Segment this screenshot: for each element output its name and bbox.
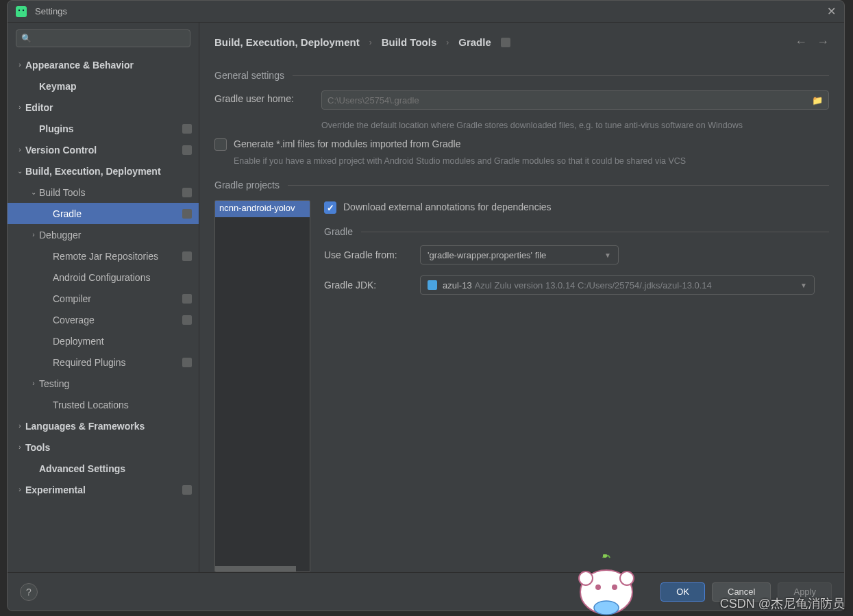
sidebar-item-testing[interactable]: ›Testing — [8, 373, 199, 394]
module-badge-icon — [501, 38, 510, 47]
chevron-right-icon: › — [446, 38, 449, 47]
chevron-right-icon: › — [14, 146, 25, 153]
sidebar-item-label: Trusted Locations — [53, 399, 192, 410]
chevron-right-icon: › — [14, 61, 25, 69]
gradle-user-home-label: Gradle user home: — [214, 90, 321, 104]
chevron-right-icon: › — [28, 231, 39, 238]
sidebar-item-editor[interactable]: ›Editor — [8, 97, 199, 118]
module-badge-icon — [182, 124, 192, 134]
breadcrumb-item[interactable]: Build Tools — [382, 36, 437, 48]
svg-rect-0 — [16, 6, 27, 17]
use-gradle-from-row: Use Gradle from: 'gradle-wrapper.propert… — [324, 245, 829, 264]
module-badge-icon — [182, 188, 192, 197]
folder-icon[interactable]: 📁 — [812, 95, 823, 106]
sidebar-item-label: Advanced Settings — [39, 463, 192, 474]
chevron-down-icon: ▼ — [604, 251, 611, 259]
search-wrap: 🔍 — [8, 23, 199, 54]
sidebar-item-label: Appearance & Behavior — [25, 60, 192, 71]
sidebar-item-remote-jar-repositories[interactable]: Remote Jar Repositories — [8, 245, 199, 267]
ok-button[interactable]: OK — [660, 582, 705, 602]
chevron-down-icon: ⌄ — [28, 188, 39, 196]
download-annotations-checkbox[interactable] — [324, 201, 336, 214]
sidebar-item-label: Tools — [25, 442, 192, 453]
sidebar-item-debugger[interactable]: ›Debugger — [8, 224, 199, 245]
subsection-title: Gradle — [324, 226, 353, 237]
sidebar-item-label: Experimental — [25, 484, 178, 495]
sidebar-item-label: Editor — [25, 102, 192, 113]
chevron-down-icon: ⌄ — [14, 167, 25, 175]
svg-point-1 — [18, 9, 20, 10]
chevron-right-icon: › — [28, 380, 39, 387]
use-gradle-from-select[interactable]: 'gradle-wrapper.properties' file ▼ — [420, 245, 619, 264]
sidebar-item-languages-frameworks[interactable]: ›Languages & Frameworks — [8, 415, 199, 436]
help-button[interactable]: ? — [20, 583, 38, 601]
chevron-right-icon: › — [14, 422, 25, 430]
sidebar-item-label: Version Control — [25, 145, 178, 156]
sidebar-item-trusted-locations[interactable]: Trusted Locations — [8, 394, 199, 415]
sidebar-item-plugins[interactable]: Plugins — [8, 118, 199, 139]
sidebar-item-deployment[interactable]: Deployment — [8, 330, 199, 352]
sidebar-item-compiler[interactable]: Compiler — [8, 288, 199, 309]
gradle-jdk-select[interactable]: azul-13 Azul Zulu version 13.0.14 C:/Use… — [420, 275, 815, 295]
settings-window: Settings ✕ 🔍 ›Appearance & BehaviorKeyma… — [7, 0, 845, 611]
project-item[interactable]: ncnn-android-yolov — [215, 201, 310, 217]
project-list[interactable]: ncnn-android-yolov — [214, 200, 310, 572]
chevron-down-icon: ▼ — [800, 282, 807, 289]
sidebar-item-build-tools[interactable]: ⌄Build Tools — [8, 182, 199, 203]
breadcrumb-item[interactable]: Build, Execution, Deployment — [214, 36, 360, 48]
module-badge-icon — [182, 209, 192, 219]
breadcrumb-item[interactable]: Gradle — [458, 36, 491, 48]
forward-icon[interactable]: → — [817, 35, 829, 49]
sidebar-item-label: Build Tools — [39, 187, 178, 198]
sidebar-item-label: Required Plugins — [53, 357, 178, 368]
gradle-user-home-input[interactable]: 📁 — [321, 90, 829, 110]
gradle-jdk-row: Gradle JDK: azul-13 Azul Zulu version 13… — [324, 275, 829, 295]
sidebar-item-label: Compiler — [53, 293, 178, 304]
sidebar-item-gradle[interactable]: Gradle — [8, 203, 199, 224]
generate-iml-row: Generate *.iml files for modules importe… — [214, 138, 829, 151]
sidebar: 🔍 ›Appearance & BehaviorKeymap›EditorPlu… — [8, 23, 199, 572]
sidebar-item-tools[interactable]: ›Tools — [8, 436, 199, 458]
sidebar-item-version-control[interactable]: ›Version Control — [8, 139, 199, 160]
sidebar-item-coverage[interactable]: Coverage — [8, 309, 199, 330]
sidebar-item-required-plugins[interactable]: Required Plugins — [8, 352, 199, 373]
settings-tree[interactable]: ›Appearance & BehaviorKeymap›EditorPlugi… — [8, 54, 199, 572]
chevron-right-icon: › — [369, 38, 372, 47]
jdk-name: azul-13 — [443, 280, 472, 291]
project-detail: Download external annotations for depend… — [310, 200, 829, 572]
module-badge-icon — [182, 315, 192, 325]
module-badge-icon — [182, 294, 192, 304]
generate-iml-checkbox[interactable] — [214, 138, 227, 151]
generate-iml-hint: Enable if you have a mixed project with … — [234, 156, 829, 166]
projects-row: ncnn-android-yolov Download external ann… — [214, 200, 829, 572]
chevron-right-icon: › — [14, 486, 25, 493]
generate-iml-label: Generate *.iml files for modules importe… — [234, 138, 460, 149]
module-badge-icon — [182, 485, 192, 495]
main-panel: Build, Execution, Deployment › Build Too… — [199, 23, 844, 572]
sidebar-item-android-configurations[interactable]: Android Configurations — [8, 267, 199, 288]
search-input[interactable] — [16, 29, 190, 47]
download-annotations-label: Download external annotations for depend… — [343, 201, 552, 212]
module-badge-icon — [182, 358, 192, 367]
sidebar-item-label: Deployment — [53, 336, 192, 347]
sidebar-item-label: Debugger — [39, 230, 192, 241]
sidebar-item-keymap[interactable]: Keymap — [8, 75, 199, 97]
back-icon[interactable]: ← — [795, 35, 807, 49]
close-icon[interactable]: ✕ — [827, 5, 836, 18]
sidebar-item-appearance-behavior[interactable]: ›Appearance & Behavior — [8, 54, 199, 75]
svg-rect-3 — [428, 280, 437, 290]
gradle-user-home-row: Gradle user home: 📁 — [214, 90, 829, 110]
jdk-icon — [428, 280, 437, 290]
apply-button[interactable]: Apply — [778, 582, 832, 602]
sidebar-item-build-execution-deployment[interactable]: ⌄Build, Execution, Deployment — [8, 160, 199, 182]
gradle-user-home-field[interactable] — [327, 91, 806, 109]
section-title: General settings — [214, 70, 284, 81]
titlebar[interactable]: Settings ✕ — [8, 1, 844, 23]
sidebar-item-label: Coverage — [53, 315, 178, 325]
scrollbar-thumb[interactable] — [215, 566, 296, 571]
sidebar-item-experimental[interactable]: ›Experimental — [8, 479, 199, 500]
sidebar-item-advanced-settings[interactable]: Advanced Settings — [8, 458, 199, 479]
cancel-button[interactable]: Cancel — [712, 582, 771, 602]
chevron-right-icon: › — [14, 103, 25, 111]
sidebar-item-label: Keymap — [39, 81, 192, 92]
